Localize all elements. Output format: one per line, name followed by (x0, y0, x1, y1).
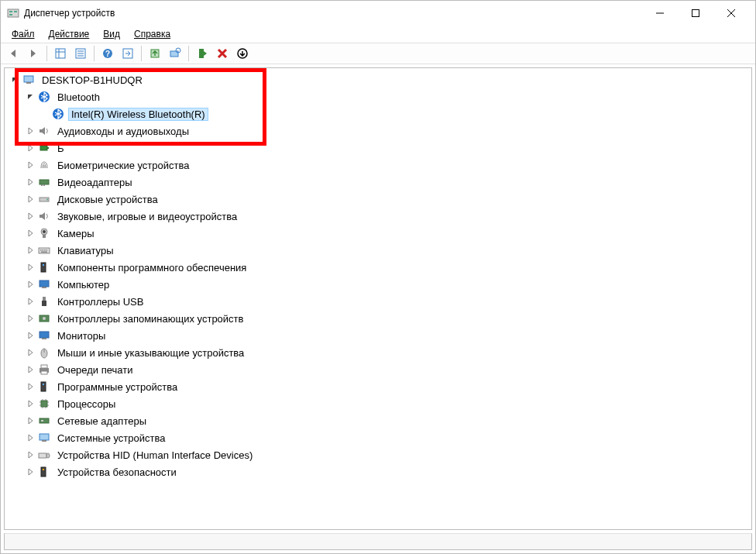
expand-icon[interactable] (25, 330, 36, 341)
svg-point-35 (43, 230, 46, 233)
show-hide-tree-button[interactable] (51, 44, 70, 63)
tree-item-camera[interactable]: Камеры (22, 225, 751, 242)
action-button[interactable] (119, 44, 137, 63)
monitor-icon (37, 277, 51, 291)
close-button[interactable] (713, 1, 749, 26)
back-button[interactable] (4, 44, 22, 63)
expand-icon[interactable] (25, 364, 36, 375)
system-device-icon (37, 431, 51, 445)
monitor-icon (37, 329, 51, 342)
storage-controller-icon (37, 311, 51, 325)
disable-device-button[interactable] (233, 44, 252, 63)
menu-action[interactable]: Действие (43, 27, 96, 41)
tree-root[interactable]: DESKTOP-B1HUDQR (6, 71, 751, 88)
network-icon (37, 414, 51, 428)
tree-item-security[interactable]: Устройства безопасности (22, 463, 751, 480)
enable-device-button[interactable] (193, 44, 211, 63)
expand-icon[interactable] (25, 211, 36, 222)
expand-icon[interactable] (25, 262, 36, 273)
disk-icon (37, 192, 51, 206)
expand-icon[interactable] (25, 381, 36, 392)
toolbar-separator (94, 46, 94, 61)
help-button[interactable]: ? (98, 44, 117, 63)
tree-item-mouse[interactable]: Мыши и иные указывающие устройства (22, 344, 751, 361)
tree-item-usb[interactable]: Контроллеры USB (22, 293, 751, 310)
collapse-icon[interactable] (9, 74, 20, 85)
tree-item-label: Контроллеры запоминающих устройств (54, 312, 246, 325)
svg-rect-31 (43, 184, 45, 186)
expand-icon[interactable] (25, 398, 36, 409)
toolbar: ? (1, 43, 755, 64)
properties-button[interactable] (71, 44, 90, 63)
tree-item-display[interactable]: Видеоадаптеры (22, 174, 751, 191)
expand-icon[interactable] (25, 432, 36, 443)
svg-rect-40 (44, 249, 46, 251)
expand-icon[interactable] (25, 160, 36, 170)
menu-help[interactable]: Справка (128, 27, 177, 41)
scan-hardware-button[interactable] (166, 44, 184, 63)
expand-icon[interactable] (25, 313, 36, 324)
svg-rect-70 (41, 420, 43, 422)
bluetooth-icon (51, 107, 65, 121)
device-manager-window: Диспетчер устройств Файл Действие Вид Сп… (0, 0, 756, 554)
svg-rect-48 (42, 301, 46, 306)
svg-point-50 (43, 317, 46, 320)
menu-file[interactable]: Файл (5, 27, 41, 41)
tree-item-label: Компоненты программного обеспечения (54, 261, 249, 274)
expand-icon[interactable] (25, 228, 36, 239)
svg-rect-28 (47, 147, 49, 149)
minimize-button[interactable] (642, 1, 678, 26)
expand-icon[interactable] (25, 347, 36, 358)
tree-item-system[interactable]: Системные устройства (22, 429, 751, 446)
tree-item-computer[interactable]: Компьютер (22, 276, 751, 293)
svg-rect-46 (42, 287, 46, 288)
maximize-button[interactable] (678, 1, 713, 26)
expand-icon[interactable] (25, 143, 36, 153)
toolbar-separator (188, 46, 189, 61)
expand-icon[interactable] (25, 466, 36, 477)
svg-rect-52 (42, 338, 46, 339)
tree-item-partial[interactable]: Б (22, 139, 751, 157)
forward-button[interactable] (24, 44, 43, 63)
expand-icon[interactable] (25, 279, 36, 290)
tree-item-bluetooth[interactable]: Bluetooth (22, 88, 751, 105)
svg-rect-69 (40, 418, 49, 423)
expand-icon[interactable] (25, 296, 36, 307)
tree-item-storage[interactable]: Контроллеры запоминающих устройств (22, 310, 751, 327)
expand-icon[interactable] (25, 245, 36, 256)
tree-item-sound[interactable]: Звуковые, игровые и видеоустройства (22, 208, 751, 225)
software-icon (37, 260, 51, 274)
svg-rect-24 (26, 82, 31, 84)
svg-rect-36 (43, 235, 46, 238)
security-device-icon (37, 465, 51, 479)
computer-icon (22, 73, 36, 87)
tree-item-network[interactable]: Сетевые адаптеры (22, 412, 751, 429)
expand-icon[interactable] (25, 194, 36, 205)
menu-view[interactable]: Вид (97, 27, 126, 41)
tree-item-printqueue[interactable]: Очереди печати (22, 361, 751, 378)
tree-item-softdev[interactable]: Программные устройства (22, 378, 751, 395)
tree-item-label: Сетевые адаптеры (54, 415, 149, 428)
tree-item-bluetooth-device[interactable]: Intel(R) Wireless Bluetooth(R) (37, 105, 751, 122)
update-driver-button[interactable] (146, 44, 164, 63)
collapse-icon[interactable] (25, 91, 36, 102)
device-tree-pane[interactable]: DESKTOP-B1HUDQR Bluetooth (4, 67, 752, 530)
uninstall-device-button[interactable] (213, 44, 232, 63)
tree-item-monitor[interactable]: Мониторы (22, 327, 751, 344)
expand-icon[interactable] (25, 449, 36, 460)
svg-rect-2 (9, 14, 12, 15)
tree-item-label: Клавиатуры (54, 244, 117, 257)
tree-item-disk[interactable]: Дисковые устройства (22, 191, 751, 208)
tree-item-keyboard[interactable]: Клавиатуры (22, 242, 751, 259)
tree-item-audio[interactable]: Аудиовходы и аудиовыходы (22, 122, 751, 139)
tree-item-cpu[interactable]: Процессоры (22, 395, 751, 412)
svg-rect-41 (46, 249, 48, 251)
tree-item-hid[interactable]: Устройства HID (Human Interface Devices) (22, 446, 751, 463)
svg-point-74 (46, 453, 50, 458)
svg-rect-42 (41, 252, 47, 253)
tree-item-software[interactable]: Компоненты программного обеспечения (22, 259, 751, 276)
expand-icon[interactable] (25, 177, 36, 188)
expand-icon[interactable] (25, 415, 36, 426)
tree-item-biometric[interactable]: Биометрические устройства (22, 157, 751, 174)
expand-icon[interactable] (25, 126, 36, 136)
